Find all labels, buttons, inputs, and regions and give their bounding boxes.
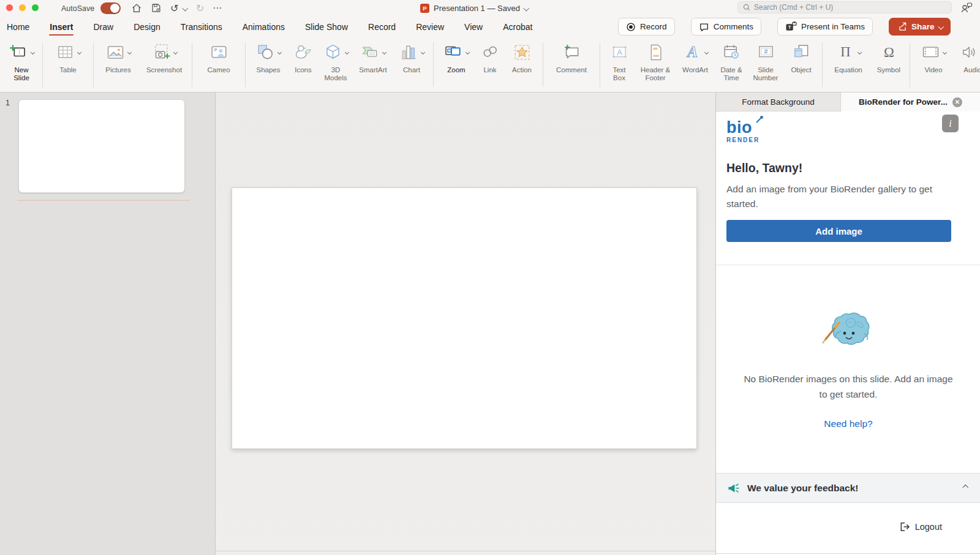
screenshot-chevron-icon[interactable] (173, 50, 177, 54)
chart-chevron-icon[interactable] (420, 50, 424, 54)
logout-button[interactable]: Logout (899, 521, 942, 532)
ribbon-button-equation[interactable]: ΠEquation (826, 42, 871, 74)
comments-button[interactable]: Comments (691, 18, 761, 36)
feedback-bar[interactable]: We value your feedback! (716, 473, 980, 503)
cameo-icon-row: P (209, 42, 228, 64)
menu-tab-animations[interactable]: Animations (242, 20, 285, 34)
record-icon (626, 22, 636, 32)
presence-share-icon[interactable] (960, 2, 973, 16)
menu-tab-home[interactable]: Home (6, 20, 30, 34)
menu-tab-record[interactable]: Record (368, 20, 396, 34)
slide-editing-surface[interactable] (232, 187, 697, 449)
ribbon-button-text-box[interactable]: AText Box (603, 42, 635, 82)
ribbon-button-new-slide[interactable]: New Slide (4, 42, 39, 82)
ribbon-button-video[interactable]: Video (913, 42, 954, 74)
svg-text:T: T (788, 25, 791, 30)
canvas-divider (216, 551, 715, 551)
title-chevron-icon[interactable] (524, 5, 529, 10)
ribbon-button-wordart[interactable]: AWordArt (676, 42, 715, 74)
3d-models-chevron-icon[interactable] (344, 50, 349, 54)
close-panel-icon[interactable]: ✕ (952, 97, 962, 107)
close-window-button[interactable] (6, 4, 13, 11)
symbol-icon-row: Ω (880, 42, 899, 64)
menu-tab-transitions[interactable]: Transitions (180, 20, 223, 34)
zoom-icon-row (444, 42, 469, 64)
smartart-icon-row (361, 42, 386, 64)
audio-icon-row (960, 42, 980, 64)
tab-biorender[interactable]: BioRender for Power... ✕ (841, 92, 980, 111)
new-slide-chevron-icon[interactable] (30, 50, 34, 54)
ribbon-button-audio[interactable]: Audio (954, 42, 980, 74)
menu-tab-slide-show[interactable]: Slide Show (304, 20, 349, 34)
ribbon-button-3d-models[interactable]: 3D Models (318, 42, 353, 82)
redo-icon[interactable]: ↻ (196, 2, 204, 14)
svg-text:A: A (686, 43, 698, 59)
add-image-button[interactable]: Add image (726, 220, 951, 242)
ribbon-button-slide-number[interactable]: #Slide Number (748, 42, 783, 82)
slide-thumbnail[interactable] (18, 99, 185, 193)
pictures-chevron-icon[interactable] (127, 50, 131, 54)
ribbon-button-header-footer[interactable]: Header & Footer (635, 42, 676, 82)
present-in-teams-button[interactable]: T Present in Teams (777, 18, 873, 36)
menu-tab-insert[interactable]: Insert (49, 20, 74, 34)
minimize-window-button[interactable] (19, 4, 26, 11)
ribbon-button-zoom[interactable]: Zoom (437, 42, 476, 74)
home-icon[interactable] (131, 2, 142, 13)
chart-icon-row (399, 42, 424, 64)
wordart-chevron-icon[interactable] (704, 50, 708, 54)
ribbon-button-link[interactable]: Link (476, 42, 504, 74)
date-time-label: Date & Time (720, 66, 742, 82)
ribbon-button-chart[interactable]: Chart (393, 42, 430, 74)
zoom-chevron-icon[interactable] (465, 50, 469, 54)
undo-icon[interactable]: ↺ (170, 2, 178, 14)
collapse-chevron-icon[interactable] (962, 485, 968, 491)
comments-icon (699, 22, 709, 32)
shapes-label: Shapes (256, 66, 280, 74)
new-slide-icon (9, 43, 28, 64)
menu-tab-view[interactable]: View (464, 20, 483, 34)
autosave-label: AutoSave (61, 4, 94, 13)
more-options-icon[interactable]: ⋯ (213, 2, 222, 13)
tab-format-background[interactable]: Format Background (716, 92, 841, 111)
search-input[interactable]: Search (Cmd + Ctrl + U) (737, 1, 952, 13)
autosave-toggle[interactable] (100, 2, 121, 14)
zoom-icon (444, 43, 463, 64)
share-button[interactable]: Share (889, 18, 951, 36)
smartart-chevron-icon[interactable] (382, 50, 386, 54)
menu-tab-review[interactable]: Review (415, 20, 445, 34)
action-icon-row (513, 42, 532, 64)
link-icon-row (481, 42, 500, 64)
smartart-icon (361, 43, 380, 64)
ribbon-button-comment[interactable]: Comment (546, 42, 597, 74)
ribbon-button-cameo[interactable]: PCameo (195, 42, 242, 74)
save-icon[interactable] (151, 2, 162, 13)
object-icon (792, 43, 811, 64)
ribbon-button-screenshot[interactable]: Screenshot (140, 42, 189, 74)
record-button[interactable]: Record (618, 18, 675, 36)
table-chevron-icon[interactable] (77, 50, 81, 54)
equation-chevron-icon[interactable] (857, 50, 861, 54)
info-button[interactable]: i (942, 115, 959, 132)
video-chevron-icon[interactable] (942, 50, 946, 54)
ribbon-button-table[interactable]: Table (46, 42, 90, 74)
ribbon-button-action[interactable]: Action (504, 42, 540, 74)
ribbon-button-pictures[interactable]: Pictures (97, 42, 140, 74)
menu-tab-design[interactable]: Design (133, 20, 161, 34)
menu-tab-acrobat[interactable]: Acrobat (502, 20, 533, 34)
undo-chevron-icon[interactable] (183, 5, 188, 10)
ribbon-button-shapes[interactable]: Shapes (249, 42, 288, 74)
ribbon-group-separator (245, 43, 246, 87)
action-label: Action (512, 66, 532, 74)
ribbon-button-date-time[interactable]: Date & Time (715, 42, 748, 82)
fullscreen-window-button[interactable] (32, 4, 39, 11)
ribbon-button-smartart[interactable]: SmartArt (353, 42, 393, 74)
wordart-label: WordArt (682, 66, 708, 74)
ribbon-button-icons[interactable]: Icons (288, 42, 318, 74)
shapes-chevron-icon[interactable] (277, 50, 281, 54)
header-footer-label: Header & Footer (641, 66, 671, 82)
need-help-link[interactable]: Need help? (716, 418, 980, 429)
menu-tab-draw[interactable]: Draw (92, 20, 114, 34)
teams-button-label: Present in Teams (801, 22, 865, 31)
ribbon-button-object[interactable]: Object (783, 42, 819, 74)
ribbon-button-symbol[interactable]: ΩSymbol (871, 42, 907, 74)
